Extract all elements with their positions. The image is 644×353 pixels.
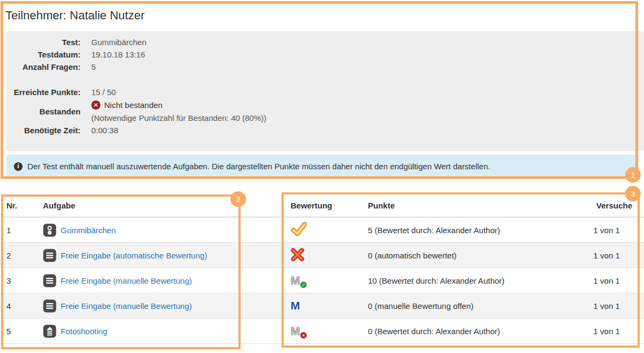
needed-time-value: 0:00:38 bbox=[91, 124, 118, 136]
attempts-text: 1 von 1 bbox=[559, 276, 644, 285]
row-number: 5 bbox=[0, 327, 43, 336]
points-text: 10 (Bewertet durch: Alexander Author) bbox=[368, 276, 559, 285]
needed-time-label: Benötigte Zeit: bbox=[6, 124, 81, 136]
single-choice-question-icon bbox=[43, 224, 56, 237]
score-correct-check-icon bbox=[291, 222, 307, 236]
column-header-rating: Bewertung bbox=[287, 201, 368, 210]
points-text: 0 (manuelle Bewertung offen) bbox=[368, 301, 559, 311]
summary-row-time: Benötigte Zeit: 0:00:38 bbox=[6, 124, 644, 136]
manual-scoring-pending-icon: M bbox=[291, 299, 305, 313]
points-text: 5 (Bewertet durch: Alexander Author) bbox=[368, 226, 559, 235]
table-header-row: Nr. Aufgabe Bewertung Punkte Versuche bbox=[0, 194, 644, 218]
info-icon: i bbox=[14, 162, 23, 171]
achieved-points-value: 15 / 50 bbox=[91, 86, 116, 98]
task-link[interactable]: Gummibärchen bbox=[61, 226, 116, 235]
column-header-task: Aufgabe bbox=[43, 201, 287, 210]
test-value: Gummibärchen bbox=[91, 36, 147, 48]
text-entry-question-icon bbox=[43, 274, 56, 287]
test-label: Test: bbox=[6, 36, 81, 48]
green-check-badge-icon: ✓ bbox=[300, 282, 307, 288]
text-entry-question-icon bbox=[43, 299, 56, 313]
table-row: 4 Freie Eingabe (manuelle Bewertung) M 0… bbox=[0, 293, 644, 319]
points-text: 0 (Bewertet durch: Alexander Author) bbox=[368, 327, 559, 336]
test-summary-panel: Test: Gummibärchen Testdatum: 19.10.18 1… bbox=[6, 31, 644, 151]
test-date-label: Testdatum: bbox=[6, 48, 81, 61]
passed-status-text: Nicht bestanden bbox=[104, 98, 162, 112]
column-header-attempts: Versuche bbox=[559, 201, 644, 210]
upload-question-icon bbox=[43, 325, 56, 338]
table-row: 1 Gummibärchen 5 (Bewertet durch: Alexan… bbox=[0, 218, 644, 243]
text-entry-question-icon bbox=[43, 249, 56, 262]
task-link[interactable]: Freie Eingabe (manuelle Bewertung) bbox=[61, 276, 192, 285]
table-row: 5 Fotoshooting M ✕ 0 (Bewertet durch: Al… bbox=[0, 319, 644, 344]
attempts-text: 1 von 1 bbox=[559, 301, 644, 311]
column-header-points: Punkte bbox=[368, 201, 559, 210]
row-number: 2 bbox=[0, 251, 43, 260]
row-number: 1 bbox=[0, 226, 43, 235]
attempts-text: 1 von 1 bbox=[559, 226, 644, 235]
score-wrong-x-icon bbox=[291, 248, 305, 262]
task-link[interactable]: Freie Eingabe (manuelle Bewertung) bbox=[61, 301, 192, 311]
info-banner-text: Der Test enthält manuell auszuwertende A… bbox=[27, 162, 490, 171]
summary-row-passed: Bestanden ✕ Nicht bestanden (Notwendige … bbox=[6, 98, 644, 124]
table-row: 2 Freie Eingabe (automatische Bewertung)… bbox=[0, 243, 644, 268]
row-number: 4 bbox=[0, 301, 43, 311]
red-x-badge-icon: ✕ bbox=[300, 332, 307, 338]
manual-scored-wrong-icon: M ✕ bbox=[291, 324, 305, 338]
attempts-text: 1 von 1 bbox=[559, 327, 644, 336]
not-passed-icon: ✕ bbox=[91, 100, 100, 110]
question-count-value: 5 bbox=[91, 61, 96, 73]
question-results-table: Nr. Aufgabe Bewertung Punkte Versuche 1 … bbox=[0, 194, 644, 344]
test-date-value: 19.10.18 13:16 bbox=[91, 48, 145, 61]
participant-result-page: Teilnehmer: Natalie Nutzer Test: Gummibä… bbox=[0, 0, 644, 353]
summary-row-test: Test: Gummibärchen bbox=[6, 36, 644, 48]
points-text: 0 (automatisch bewertet) bbox=[368, 251, 559, 260]
passed-label: Bestanden bbox=[6, 105, 81, 118]
page-title: Teilnehmer: Natalie Nutzer bbox=[5, 9, 144, 23]
summary-row-questions: Anzahl Fragen: 5 bbox=[6, 61, 644, 73]
achieved-points-label: Erreichte Punkte: bbox=[6, 86, 81, 98]
attempts-text: 1 von 1 bbox=[559, 251, 644, 260]
table-row: 3 Freie Eingabe (manuelle Bewertung) M ✓… bbox=[0, 268, 644, 293]
task-link[interactable]: Fotoshooting bbox=[61, 327, 107, 336]
passed-status-line: ✕ Nicht bestanden bbox=[91, 98, 266, 112]
manual-scored-correct-icon: M ✓ bbox=[291, 273, 305, 287]
passed-requirement-note: (Notwendige Punktzahl für Bestanden: 40 … bbox=[91, 112, 266, 124]
task-link[interactable]: Freie Eingabe (automatische Bewertung) bbox=[61, 251, 207, 260]
row-number: 3 bbox=[0, 276, 43, 285]
manual-scoring-info-banner: i Der Test enthält manuell auszuwertende… bbox=[6, 155, 639, 178]
summary-row-points: Erreichte Punkte: 15 / 50 bbox=[6, 86, 644, 98]
question-count-label: Anzahl Fragen: bbox=[6, 61, 81, 73]
summary-row-date: Testdatum: 19.10.18 13:16 bbox=[6, 48, 644, 61]
column-header-nr: Nr. bbox=[0, 201, 43, 210]
